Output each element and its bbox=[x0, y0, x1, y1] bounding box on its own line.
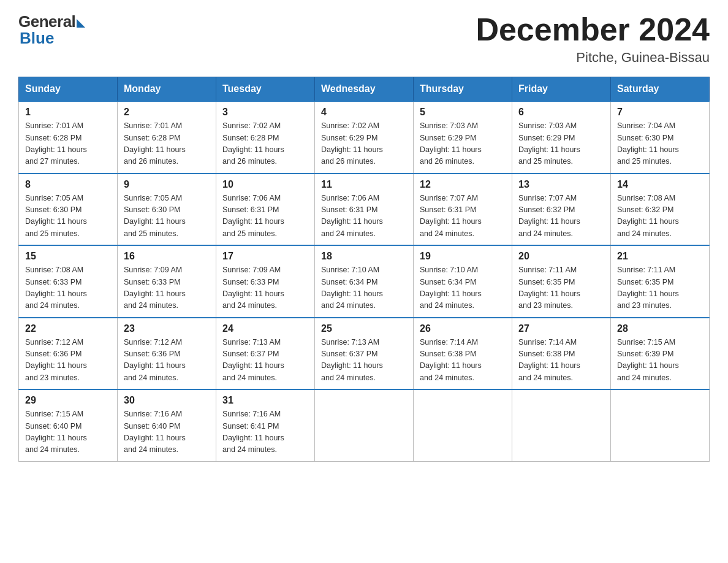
day-number: 28 bbox=[617, 323, 703, 334]
calendar-cell: 8Sunrise: 7:05 AMSunset: 6:30 PMDaylight… bbox=[19, 174, 118, 246]
day-info: Sunrise: 7:02 AMSunset: 6:28 PMDaylight:… bbox=[222, 120, 308, 168]
calendar-cell: 1Sunrise: 7:01 AMSunset: 6:28 PMDaylight… bbox=[19, 101, 118, 174]
day-number: 19 bbox=[420, 251, 506, 262]
day-number: 3 bbox=[222, 107, 308, 118]
day-number: 18 bbox=[321, 251, 407, 262]
day-number: 26 bbox=[420, 323, 506, 334]
logo-blue-text: Blue bbox=[18, 29, 54, 48]
day-info: Sunrise: 7:07 AMSunset: 6:32 PMDaylight:… bbox=[518, 193, 604, 240]
weekday-header-friday: Friday bbox=[512, 77, 611, 102]
calendar-table: SundayMondayTuesdayWednesdayThursdayFrid… bbox=[18, 77, 710, 462]
day-info: Sunrise: 7:13 AMSunset: 6:37 PMDaylight:… bbox=[222, 337, 308, 385]
weekday-header-row: SundayMondayTuesdayWednesdayThursdayFrid… bbox=[19, 77, 710, 102]
day-info: Sunrise: 7:10 AMSunset: 6:34 PMDaylight:… bbox=[321, 264, 407, 312]
title-block: December 2024 Pitche, Guinea-Bissau bbox=[476, 12, 710, 66]
day-info: Sunrise: 7:04 AMSunset: 6:30 PMDaylight:… bbox=[617, 120, 703, 168]
day-info: Sunrise: 7:13 AMSunset: 6:37 PMDaylight:… bbox=[321, 337, 407, 385]
day-info: Sunrise: 7:08 AMSunset: 6:33 PMDaylight:… bbox=[25, 264, 111, 312]
day-number: 23 bbox=[124, 323, 210, 334]
calendar-cell: 25Sunrise: 7:13 AMSunset: 6:37 PMDayligh… bbox=[315, 318, 414, 390]
calendar-week-row: 8Sunrise: 7:05 AMSunset: 6:30 PMDaylight… bbox=[19, 174, 710, 246]
day-number: 4 bbox=[321, 107, 407, 118]
day-number: 25 bbox=[321, 323, 407, 334]
day-number: 31 bbox=[222, 395, 308, 406]
day-number: 1 bbox=[25, 107, 111, 118]
calendar-cell bbox=[315, 389, 414, 461]
day-number: 11 bbox=[321, 179, 407, 190]
page-header: General Blue December 2024 Pitche, Guine… bbox=[18, 12, 710, 66]
day-info: Sunrise: 7:15 AMSunset: 6:40 PMDaylight:… bbox=[25, 408, 111, 456]
calendar-cell bbox=[512, 389, 611, 461]
day-info: Sunrise: 7:03 AMSunset: 6:29 PMDaylight:… bbox=[518, 120, 604, 168]
day-info: Sunrise: 7:08 AMSunset: 6:32 PMDaylight:… bbox=[617, 193, 703, 240]
day-info: Sunrise: 7:15 AMSunset: 6:39 PMDaylight:… bbox=[617, 337, 703, 385]
day-number: 10 bbox=[222, 179, 308, 190]
calendar-cell: 7Sunrise: 7:04 AMSunset: 6:30 PMDaylight… bbox=[611, 101, 710, 174]
calendar-cell: 17Sunrise: 7:09 AMSunset: 6:33 PMDayligh… bbox=[216, 245, 315, 318]
day-number: 5 bbox=[420, 107, 506, 118]
calendar-cell: 12Sunrise: 7:07 AMSunset: 6:31 PMDayligh… bbox=[414, 174, 512, 246]
calendar-cell: 30Sunrise: 7:16 AMSunset: 6:40 PMDayligh… bbox=[118, 389, 216, 461]
day-number: 15 bbox=[25, 251, 111, 262]
day-info: Sunrise: 7:16 AMSunset: 6:40 PMDaylight:… bbox=[124, 408, 210, 456]
day-info: Sunrise: 7:07 AMSunset: 6:31 PMDaylight:… bbox=[420, 193, 506, 240]
calendar-cell: 5Sunrise: 7:03 AMSunset: 6:29 PMDaylight… bbox=[414, 101, 512, 174]
weekday-header-wednesday: Wednesday bbox=[315, 77, 414, 102]
day-number: 16 bbox=[124, 251, 210, 262]
day-info: Sunrise: 7:06 AMSunset: 6:31 PMDaylight:… bbox=[321, 193, 407, 240]
logo: General Blue bbox=[18, 12, 85, 48]
calendar-cell: 2Sunrise: 7:01 AMSunset: 6:28 PMDaylight… bbox=[118, 101, 216, 174]
calendar-cell: 13Sunrise: 7:07 AMSunset: 6:32 PMDayligh… bbox=[512, 174, 611, 246]
calendar-week-row: 1Sunrise: 7:01 AMSunset: 6:28 PMDaylight… bbox=[19, 101, 710, 174]
day-info: Sunrise: 7:01 AMSunset: 6:28 PMDaylight:… bbox=[25, 120, 111, 168]
calendar-cell: 26Sunrise: 7:14 AMSunset: 6:38 PMDayligh… bbox=[414, 318, 512, 390]
day-number: 24 bbox=[222, 323, 308, 334]
logo-arrow-icon bbox=[77, 19, 85, 28]
day-number: 8 bbox=[25, 179, 111, 190]
calendar-cell bbox=[611, 389, 710, 461]
day-number: 2 bbox=[124, 107, 210, 118]
weekday-header-monday: Monday bbox=[118, 77, 216, 102]
calendar-cell: 19Sunrise: 7:10 AMSunset: 6:34 PMDayligh… bbox=[414, 245, 512, 318]
day-number: 9 bbox=[124, 179, 210, 190]
weekday-header-saturday: Saturday bbox=[611, 77, 710, 102]
calendar-cell: 14Sunrise: 7:08 AMSunset: 6:32 PMDayligh… bbox=[611, 174, 710, 246]
calendar-cell: 3Sunrise: 7:02 AMSunset: 6:28 PMDaylight… bbox=[216, 101, 315, 174]
day-number: 27 bbox=[518, 323, 604, 334]
day-info: Sunrise: 7:02 AMSunset: 6:29 PMDaylight:… bbox=[321, 120, 407, 168]
calendar-cell: 24Sunrise: 7:13 AMSunset: 6:37 PMDayligh… bbox=[216, 318, 315, 390]
day-number: 21 bbox=[617, 251, 703, 262]
day-number: 6 bbox=[518, 107, 604, 118]
day-info: Sunrise: 7:01 AMSunset: 6:28 PMDaylight:… bbox=[124, 120, 210, 168]
calendar-cell: 9Sunrise: 7:05 AMSunset: 6:30 PMDaylight… bbox=[118, 174, 216, 246]
day-info: Sunrise: 7:12 AMSunset: 6:36 PMDaylight:… bbox=[124, 337, 210, 385]
day-number: 12 bbox=[420, 179, 506, 190]
day-number: 22 bbox=[25, 323, 111, 334]
calendar-cell: 21Sunrise: 7:11 AMSunset: 6:35 PMDayligh… bbox=[611, 245, 710, 318]
weekday-header-tuesday: Tuesday bbox=[216, 77, 315, 102]
calendar-cell: 6Sunrise: 7:03 AMSunset: 6:29 PMDaylight… bbox=[512, 101, 611, 174]
weekday-header-thursday: Thursday bbox=[414, 77, 512, 102]
day-info: Sunrise: 7:16 AMSunset: 6:41 PMDaylight:… bbox=[222, 408, 308, 456]
calendar-cell: 31Sunrise: 7:16 AMSunset: 6:41 PMDayligh… bbox=[216, 389, 315, 461]
calendar-cell: 20Sunrise: 7:11 AMSunset: 6:35 PMDayligh… bbox=[512, 245, 611, 318]
day-info: Sunrise: 7:09 AMSunset: 6:33 PMDaylight:… bbox=[124, 264, 210, 312]
day-number: 30 bbox=[124, 395, 210, 406]
day-info: Sunrise: 7:10 AMSunset: 6:34 PMDaylight:… bbox=[420, 264, 506, 312]
calendar-cell: 22Sunrise: 7:12 AMSunset: 6:36 PMDayligh… bbox=[19, 318, 118, 390]
calendar-cell: 23Sunrise: 7:12 AMSunset: 6:36 PMDayligh… bbox=[118, 318, 216, 390]
calendar-cell: 11Sunrise: 7:06 AMSunset: 6:31 PMDayligh… bbox=[315, 174, 414, 246]
weekday-header-sunday: Sunday bbox=[19, 77, 118, 102]
calendar-week-row: 22Sunrise: 7:12 AMSunset: 6:36 PMDayligh… bbox=[19, 318, 710, 390]
calendar-week-row: 29Sunrise: 7:15 AMSunset: 6:40 PMDayligh… bbox=[19, 389, 710, 461]
day-info: Sunrise: 7:06 AMSunset: 6:31 PMDaylight:… bbox=[222, 193, 308, 240]
calendar-cell: 29Sunrise: 7:15 AMSunset: 6:40 PMDayligh… bbox=[19, 389, 118, 461]
calendar-cell: 4Sunrise: 7:02 AMSunset: 6:29 PMDaylight… bbox=[315, 101, 414, 174]
calendar-subtitle: Pitche, Guinea-Bissau bbox=[476, 50, 710, 66]
day-info: Sunrise: 7:11 AMSunset: 6:35 PMDaylight:… bbox=[617, 264, 703, 312]
day-number: 7 bbox=[617, 107, 703, 118]
calendar-cell: 18Sunrise: 7:10 AMSunset: 6:34 PMDayligh… bbox=[315, 245, 414, 318]
calendar-cell: 28Sunrise: 7:15 AMSunset: 6:39 PMDayligh… bbox=[611, 318, 710, 390]
day-info: Sunrise: 7:05 AMSunset: 6:30 PMDaylight:… bbox=[124, 193, 210, 240]
day-number: 14 bbox=[617, 179, 703, 190]
